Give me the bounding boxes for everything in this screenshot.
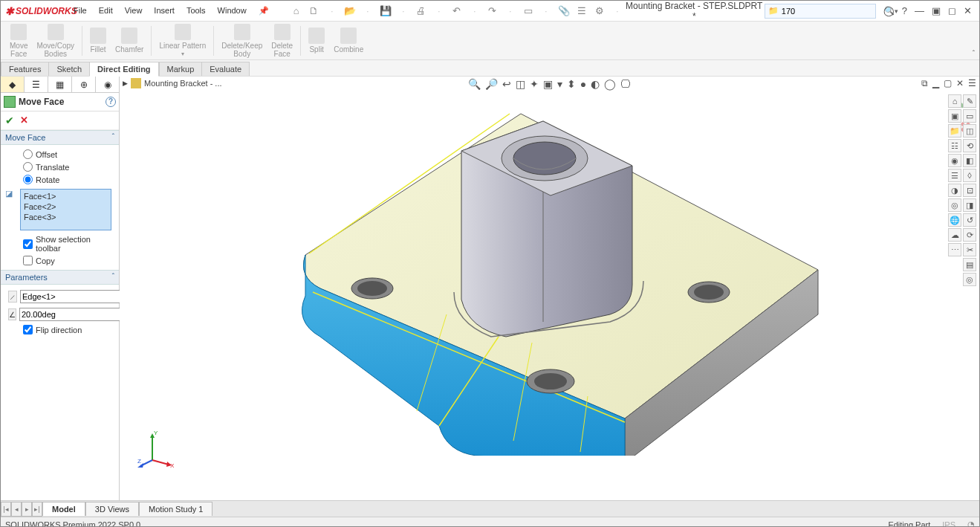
btab-first[interactable]: |◂ <box>1 502 11 517</box>
options-icon[interactable]: ☰ <box>575 5 588 16</box>
help-icon[interactable]: ? <box>902 5 907 16</box>
section-parameters[interactable]: Parametersˆ <box>1 270 119 285</box>
rail-part-icon[interactable]: ▣ <box>948 109 961 123</box>
status-units[interactable]: IPS <box>942 520 955 528</box>
tab-sketch[interactable]: Sketch <box>48 62 90 76</box>
cmd-move-face[interactable]: MoveFace <box>5 24 32 58</box>
new-icon[interactable]: 🗋 <box>308 5 321 16</box>
menu-pin-icon[interactable]: 📌 <box>253 6 275 16</box>
search-box[interactable]: 📁 🔍 ▾ <box>765 4 876 19</box>
cmd-split[interactable]: Split <box>304 28 329 54</box>
rail-lib-icon[interactable]: 📁 <box>948 124 961 138</box>
graphics-viewport[interactable]: ▶ Mounting Bracket - ... 🔍 🔎 ↩ ◫ ✦ ▣ ▾ ⬍… <box>120 77 979 500</box>
pm-tab-appearance[interactable]: ◉ <box>96 77 119 92</box>
btab-motion-study[interactable]: Motion Study 1 <box>139 502 212 516</box>
rail-more-icon[interactable]: ⋯ <box>948 243 961 256</box>
rail2-4[interactable]: ⟲ <box>963 139 976 152</box>
menu-window[interactable]: Window <box>212 6 253 16</box>
rail-explorer-icon[interactable]: ☷ <box>948 139 961 152</box>
settings-icon[interactable]: ⚙ <box>593 5 606 16</box>
rail-forum-icon[interactable]: ◎ <box>948 198 961 212</box>
btab-3dviews[interactable]: 3D Views <box>85 502 139 516</box>
btab-next[interactable]: ▸ <box>22 502 32 517</box>
rail2-10[interactable]: ⟳ <box>963 228 976 242</box>
rail2-8[interactable]: ◨ <box>963 198 976 212</box>
undo-icon[interactable]: ↶ <box>450 5 464 16</box>
check-flip-direction[interactable] <box>23 325 33 334</box>
face-item-2[interactable]: Face<2> <box>22 201 109 212</box>
rail-web-icon[interactable]: 🌐 <box>948 213 961 227</box>
face-item-3[interactable]: Face<3> <box>22 212 109 222</box>
rail2-5[interactable]: ◧ <box>963 154 976 167</box>
rail-prop-icon[interactable]: ☰ <box>948 169 961 182</box>
menu-view[interactable]: View <box>119 6 149 16</box>
rail-appear-icon[interactable]: ◑ <box>948 184 961 197</box>
pm-tab-config[interactable]: ☰ <box>25 77 48 92</box>
minimize-icon[interactable]: — <box>915 5 924 16</box>
print-icon[interactable]: 🖨 <box>415 5 428 16</box>
rail2-9[interactable]: ↺ <box>963 213 976 227</box>
rail2-1[interactable]: ✎ <box>963 94 976 108</box>
cmd-linear-pattern[interactable]: Linear Pattern▾ <box>155 24 210 58</box>
pm-tab-display[interactable]: ▦ <box>48 77 72 92</box>
user-icon[interactable]: ◯ <box>883 5 895 16</box>
pm-cancel-button[interactable]: ✕ <box>20 114 28 126</box>
rail2-6[interactable]: ◊ <box>963 169 976 182</box>
rail2-12[interactable]: ▤ <box>963 258 976 271</box>
close-icon[interactable]: ✕ <box>964 5 972 16</box>
angle-input[interactable] <box>19 308 126 321</box>
rail2-3[interactable]: ◫ <box>963 124 976 138</box>
cmd-delete-keep-body[interactable]: Delete/KeepBody <box>217 24 267 58</box>
cmd-delete-face[interactable]: DeleteFace <box>267 24 297 58</box>
breadcrumb-expand-icon[interactable]: ▶ <box>123 80 128 87</box>
face-item-1[interactable]: Face<1> <box>22 191 109 201</box>
rail-view-icon[interactable]: ◉ <box>948 154 961 167</box>
maximize-icon[interactable]: ◻ <box>948 5 956 16</box>
rail-home-icon[interactable]: ⌂ <box>948 94 961 108</box>
cmd-move-copy-bodies[interactable]: Move/CopyBodies <box>32 24 79 58</box>
pm-tab-feature[interactable]: ◆ <box>1 77 25 92</box>
section-move-face[interactable]: Move Faceˆ <box>1 130 119 145</box>
vp-collapse-icon[interactable]: ☰ <box>968 78 976 88</box>
check-copy[interactable] <box>23 256 33 265</box>
view-triad[interactable]: Y X Z <box>137 430 175 468</box>
tab-markup[interactable]: Markup <box>159 62 203 76</box>
redo-icon[interactable]: ↷ <box>486 5 499 16</box>
axis-input[interactable] <box>20 290 127 303</box>
btab-model[interactable]: Model <box>42 502 85 516</box>
cmd-fillet[interactable]: Fillet <box>85 28 111 54</box>
home-icon[interactable]: ⌂ <box>290 5 303 16</box>
cmd-combine[interactable]: Combine <box>329 28 368 54</box>
rail2-11[interactable]: ✂ <box>963 243 976 256</box>
restore-icon[interactable]: ▣ <box>932 5 941 16</box>
menu-tools[interactable]: Tools <box>181 6 212 16</box>
radio-translate[interactable] <box>23 162 33 172</box>
face-selection-list[interactable]: Face<1> Face<2> Face<3> <box>20 189 111 230</box>
open-icon[interactable]: 📂 <box>343 5 357 16</box>
radio-rotate[interactable] <box>23 175 33 184</box>
rail2-13[interactable]: ◎ <box>963 273 976 286</box>
vp-popout-icon[interactable]: ⧉ <box>921 78 928 88</box>
menu-insert[interactable]: Insert <box>148 6 181 16</box>
btab-prev[interactable]: ◂ <box>11 502 22 517</box>
vp-min-icon[interactable]: ▁ <box>932 78 939 88</box>
rail2-2[interactable]: ▭ <box>963 109 976 123</box>
tab-evaluate[interactable]: Evaluate <box>201 62 250 76</box>
pm-help-icon[interactable]: ? <box>106 97 116 107</box>
rail-cloud-icon[interactable]: ☁ <box>948 228 961 242</box>
vp-close-icon[interactable]: ✕ <box>956 78 964 88</box>
btab-last[interactable]: ▸| <box>32 502 42 517</box>
rebuild-icon[interactable]: 📎 <box>557 5 571 16</box>
menu-file[interactable]: File <box>68 6 93 16</box>
breadcrumb[interactable]: ▶ Mounting Bracket - ... <box>123 78 222 88</box>
pm-ok-button[interactable]: ✔ <box>5 114 14 126</box>
cmd-chamfer[interactable]: Chamfer <box>111 28 148 54</box>
tab-direct-editing[interactable]: Direct Editing <box>89 62 159 77</box>
search-input[interactable] <box>782 7 884 16</box>
radio-offset[interactable] <box>23 149 33 159</box>
status-gear-icon[interactable]: ◔ <box>967 520 975 527</box>
ribbon-collapse-icon[interactable]: ˆ <box>973 50 975 58</box>
pm-tab-sensor[interactable]: ⊕ <box>72 77 96 92</box>
vp-max-icon[interactable]: ▢ <box>944 78 952 88</box>
save-icon[interactable]: 💾 <box>379 5 392 16</box>
